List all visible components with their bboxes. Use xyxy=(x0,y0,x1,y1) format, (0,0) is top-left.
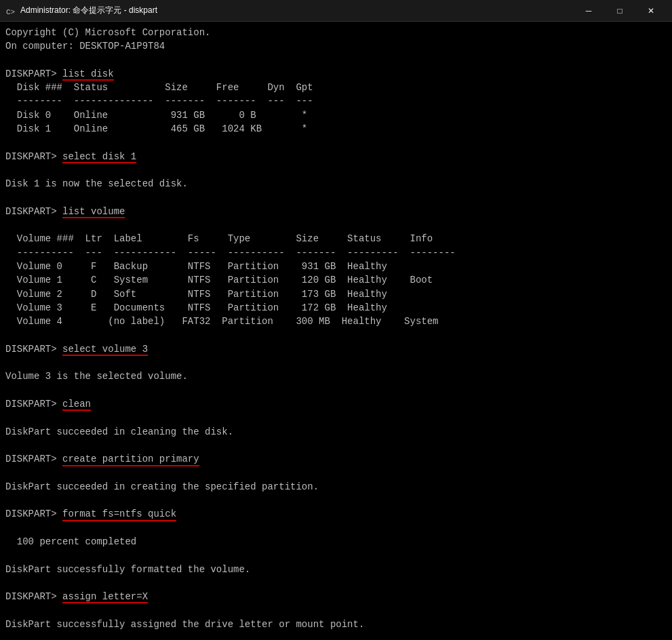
output-line: Volume 3 is the selected volume. xyxy=(5,369,667,383)
command-text: clean xyxy=(62,397,91,411)
output-line: DiskPart successfully assigned the drive… xyxy=(5,618,667,631)
command-text: select disk 1 xyxy=(62,150,136,163)
command-text: list disk xyxy=(62,67,114,81)
empty-line xyxy=(5,356,667,369)
title-bar-left: C> Administrator: 命令提示字元 - diskpart xyxy=(5,5,157,16)
command-line: DISKPART> list volume xyxy=(5,205,667,218)
terminal-output: Copyright (C) Microsoft Corporation.On c… xyxy=(0,22,672,640)
output-line: Volume 0 F Backup NTFS Partition 931 GB … xyxy=(5,260,667,273)
output-line: 100 percent completed xyxy=(5,535,667,548)
empty-line xyxy=(5,521,667,535)
output-line: ---------- --- ----------- ----- -------… xyxy=(5,246,667,260)
cmd-icon: C> xyxy=(5,5,16,16)
command-text: assign letter=X xyxy=(62,590,148,603)
command-text: format fs=ntfs quick xyxy=(62,507,176,521)
output-line: On computer: DESKTOP-A1P9T84 xyxy=(5,39,667,53)
empty-line xyxy=(5,576,667,590)
prompt: DISKPART> xyxy=(5,454,62,464)
output-line: Disk 1 is now the selected disk. xyxy=(5,177,667,191)
command-line: DISKPART> create partition primary xyxy=(5,452,667,466)
empty-line xyxy=(5,603,667,617)
output-line: Volume ### Ltr Label Fs Type Size Status… xyxy=(5,232,667,245)
output-line: Disk ### Status Size Free Dyn Gpt xyxy=(5,81,667,94)
empty-line xyxy=(5,136,667,149)
prompt: DISKPART> xyxy=(5,344,62,355)
output-line: DiskPart succeeded in creating the speci… xyxy=(5,480,667,494)
command-text: create partition primary xyxy=(62,452,199,466)
title-text: Administrator: 命令提示字元 - diskpart xyxy=(20,5,157,16)
output-line: Volume 2 D Soft NTFS Partition 173 GB He… xyxy=(5,287,667,301)
empty-line xyxy=(5,466,667,480)
command-line: DISKPART> format fs=ntfs quick xyxy=(5,507,667,521)
command-line: DISKPART> select disk 1 xyxy=(5,150,667,163)
output-line: Volume 1 C System NTFS Partition 120 GB … xyxy=(5,273,667,287)
empty-line xyxy=(5,163,667,177)
prompt: DISKPART> xyxy=(5,508,62,519)
output-line: Volume 3 E Documents NTFS Partition 172 … xyxy=(5,301,667,315)
empty-line xyxy=(5,384,667,397)
output-line: Volume 4 (no label) FAT32 Partition 300 … xyxy=(5,315,667,328)
output-line: Disk 1 Online 465 GB 1024 KB * xyxy=(5,122,667,136)
svg-text:C>: C> xyxy=(6,8,15,16)
prompt: DISKPART> xyxy=(5,591,62,602)
command-line: DISKPART> select volume 3 xyxy=(5,342,667,356)
prompt: DISKPART> xyxy=(5,68,62,79)
prompt: DISKPART> xyxy=(5,206,62,217)
close-button[interactable]: ✕ xyxy=(635,0,667,22)
command-line: DISKPART> assign letter=X xyxy=(5,590,667,603)
command-text: list volume xyxy=(62,205,125,218)
empty-line xyxy=(5,54,667,67)
output-line: DiskPart successfully formatted the volu… xyxy=(5,563,667,576)
prompt: DISKPART> xyxy=(5,151,62,162)
output-line: -------- -------------- ------- ------- … xyxy=(5,94,667,108)
minimize-button[interactable]: ─ xyxy=(573,0,604,22)
maximize-button[interactable]: □ xyxy=(604,0,635,22)
output-line: Copyright (C) Microsoft Corporation. xyxy=(5,26,667,39)
empty-line xyxy=(5,191,667,205)
empty-line xyxy=(5,631,667,640)
title-bar: C> Administrator: 命令提示字元 - diskpart ─ □ … xyxy=(0,0,672,22)
prompt: DISKPART> xyxy=(5,399,62,409)
empty-line xyxy=(5,411,667,424)
empty-line xyxy=(5,218,667,232)
title-bar-controls: ─ □ ✕ xyxy=(573,0,667,22)
output-line: Disk 0 Online 931 GB 0 B * xyxy=(5,108,667,122)
command-text: select volume 3 xyxy=(62,342,148,356)
empty-line xyxy=(5,548,667,562)
command-line: DISKPART> clean xyxy=(5,397,667,411)
command-line: DISKPART> list disk xyxy=(5,67,667,81)
empty-line xyxy=(5,439,667,452)
output-line: DiskPart succeeded in cleaning the disk. xyxy=(5,425,667,439)
empty-line xyxy=(5,494,667,507)
empty-line xyxy=(5,329,667,342)
